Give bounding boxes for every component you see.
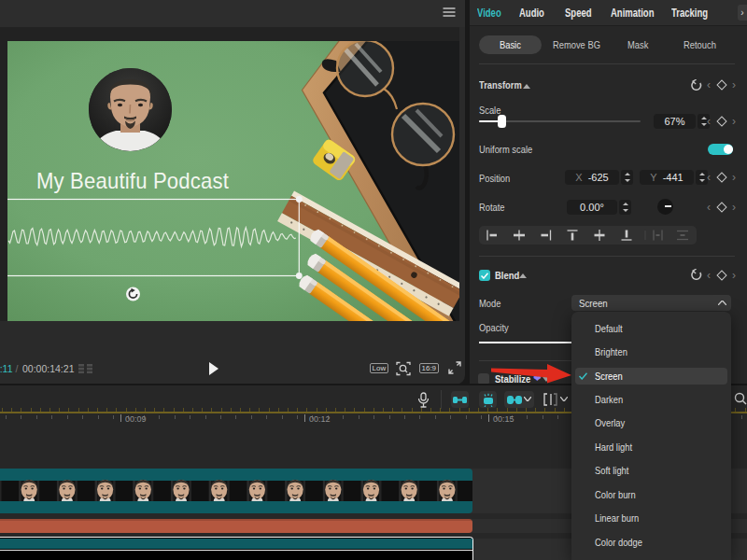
svg-text:My Beautifu Podcast: My Beautifu Podcast [36, 168, 229, 193]
